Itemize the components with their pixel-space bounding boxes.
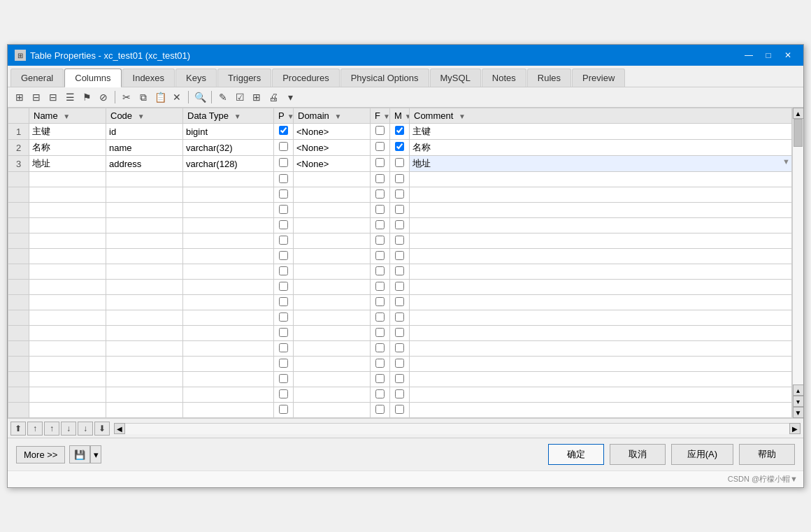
scroll-page-up[interactable]: ▴ <box>793 384 804 396</box>
maximize-button[interactable]: □ <box>760 49 777 62</box>
tab-triggers[interactable]: Triggers <box>217 69 271 87</box>
move-down2-button[interactable]: ↓ <box>78 422 93 436</box>
tab-general[interactable]: General <box>10 69 64 87</box>
vertical-scrollbar[interactable]: ▲ ▴ ▾ ▼ <box>792 108 803 418</box>
col-header-name[interactable]: Name ▼ <box>29 108 106 124</box>
scroll-down-arrow[interactable]: ▼ <box>793 407 804 418</box>
col-header-m[interactable]: M▼ <box>390 108 410 124</box>
scroll-page-down[interactable]: ▾ <box>793 396 804 407</box>
cell-datatype-1[interactable]: bigint <box>183 124 274 140</box>
checkbox-f-2[interactable] <box>375 142 385 151</box>
tb-dropdown[interactable]: ▾ <box>282 89 298 105</box>
tb-cut[interactable]: ✂ <box>119 89 134 105</box>
checkbox-p-2[interactable] <box>279 142 288 151</box>
cell-domain-1[interactable]: <None> <box>294 124 371 140</box>
cell-f-2[interactable] <box>371 140 390 156</box>
tb-paste[interactable]: 📋 <box>152 89 168 105</box>
horizontal-scrollbar[interactable]: ◀ ▶ <box>114 423 801 434</box>
cell-name-4[interactable] <box>29 172 106 187</box>
tb-copy[interactable]: ⧉ <box>136 89 151 105</box>
cell-f-1[interactable] <box>371 124 390 140</box>
toolbar-separator-2 <box>188 91 189 103</box>
help-button[interactable]: 帮助 <box>739 444 795 465</box>
tb-delete[interactable]: ✕ <box>169 89 185 105</box>
scroll-track[interactable] <box>793 119 803 384</box>
table-row <box>8 403 792 418</box>
col-header-code[interactable]: Code ▼ <box>106 108 183 124</box>
col-header-domain[interactable]: Domain ▼ <box>294 108 371 124</box>
tab-preview[interactable]: Preview <box>572 69 625 87</box>
cell-m-3[interactable] <box>390 156 410 172</box>
cell-domain-2[interactable]: <None> <box>294 140 371 156</box>
scroll-right-arrow[interactable]: ▶ <box>789 423 801 434</box>
cell-comment-1[interactable]: 主键 <box>410 124 792 140</box>
ok-button[interactable]: 确定 <box>548 444 604 465</box>
move-up2-button[interactable]: ↑ <box>44 422 59 436</box>
checkbox-p-3[interactable] <box>279 158 288 167</box>
scroll-track-h[interactable] <box>125 424 789 434</box>
checkbox-f-3[interactable] <box>375 158 385 167</box>
cell-name-2[interactable]: 名称 <box>29 140 106 156</box>
tab-columns[interactable]: Columns <box>64 69 121 87</box>
window-icon: ⊞ <box>15 50 26 61</box>
move-up-button[interactable]: ↑ <box>27 422 43 436</box>
checkbox-m-1[interactable] <box>395 126 404 135</box>
col-header-comment[interactable]: Comment ▼ <box>410 108 792 124</box>
tab-rules[interactable]: Rules <box>527 69 571 87</box>
tb-flag[interactable]: ⚑ <box>79 89 94 105</box>
scroll-thumb[interactable] <box>794 119 803 147</box>
move-bottom-button[interactable]: ⬇ <box>94 422 110 436</box>
tab-physical-options[interactable]: Physical Options <box>340 69 429 87</box>
save-dropdown-button[interactable]: ▾ <box>90 445 101 463</box>
tb-check[interactable]: ✎ <box>215 89 231 105</box>
tb-insert-row2[interactable]: ⊟ <box>45 89 61 105</box>
col-header-f[interactable]: F▼ <box>371 108 390 124</box>
cell-code-1[interactable]: id <box>106 124 183 140</box>
tab-procedures[interactable]: Procedures <box>272 69 339 87</box>
move-top-button[interactable]: ⬆ <box>10 422 26 436</box>
tb-grid[interactable]: ⊞ <box>249 89 264 105</box>
cell-f-3[interactable] <box>371 156 390 172</box>
cell-p-1[interactable] <box>274 124 294 140</box>
tab-notes[interactable]: Notes <box>482 69 526 87</box>
cell-domain-3[interactable]: <None> <box>294 156 371 172</box>
more-button[interactable]: More >> <box>16 446 65 463</box>
cell-comment-3-editing[interactable]: 地址▼ <box>410 156 792 172</box>
checkbox-f-1[interactable] <box>375 126 385 135</box>
cell-p-2[interactable] <box>274 140 294 156</box>
tb-checkmark[interactable]: ☑ <box>232 89 247 105</box>
scroll-up-arrow[interactable]: ▲ <box>793 108 804 119</box>
scroll-left-arrow[interactable]: ◀ <box>114 423 125 434</box>
checkbox-m-3[interactable] <box>395 158 404 167</box>
move-down-button[interactable]: ↓ <box>61 422 76 436</box>
cell-name-3[interactable]: 地址 <box>29 156 106 172</box>
tb-new-row[interactable]: ⊞ <box>12 89 27 105</box>
tb-insert-row[interactable]: ⊟ <box>29 89 44 105</box>
cell-p-3[interactable] <box>274 156 294 172</box>
save-button[interactable]: 💾 <box>69 445 90 463</box>
col-header-datatype[interactable]: Data Type ▼ <box>183 108 274 124</box>
toolbar-separator-3 <box>211 91 212 103</box>
apply-button[interactable]: 应用(A) <box>671 444 733 465</box>
tb-search[interactable]: 🔍 <box>192 89 208 105</box>
cancel-button[interactable]: 取消 <box>610 444 666 465</box>
cell-comment-2[interactable]: 名称 <box>410 140 792 156</box>
cell-code-3[interactable]: address <box>106 156 183 172</box>
cell-name-1[interactable]: 主键 <box>29 124 106 140</box>
cell-datatype-3[interactable]: varchar(128) <box>183 156 274 172</box>
tb-filter[interactable]: ⊘ <box>96 89 111 105</box>
tb-print[interactable]: 🖨 <box>266 89 281 105</box>
tab-indexes[interactable]: Indexes <box>122 69 175 87</box>
cell-datatype-2[interactable]: varchar(32) <box>183 140 274 156</box>
col-header-p[interactable]: P▼ <box>274 108 294 124</box>
checkbox-m-2[interactable] <box>395 142 404 151</box>
cell-m-1[interactable] <box>390 124 410 140</box>
tab-keys[interactable]: Keys <box>175 69 217 87</box>
close-button[interactable]: ✕ <box>780 49 796 62</box>
tab-mysql[interactable]: MySQL <box>430 69 481 87</box>
minimize-button[interactable]: — <box>740 49 757 62</box>
cell-code-2[interactable]: name <box>106 140 183 156</box>
tb-list[interactable]: ☰ <box>62 89 78 105</box>
cell-m-2[interactable] <box>390 140 410 156</box>
checkbox-p-1[interactable] <box>279 126 288 135</box>
